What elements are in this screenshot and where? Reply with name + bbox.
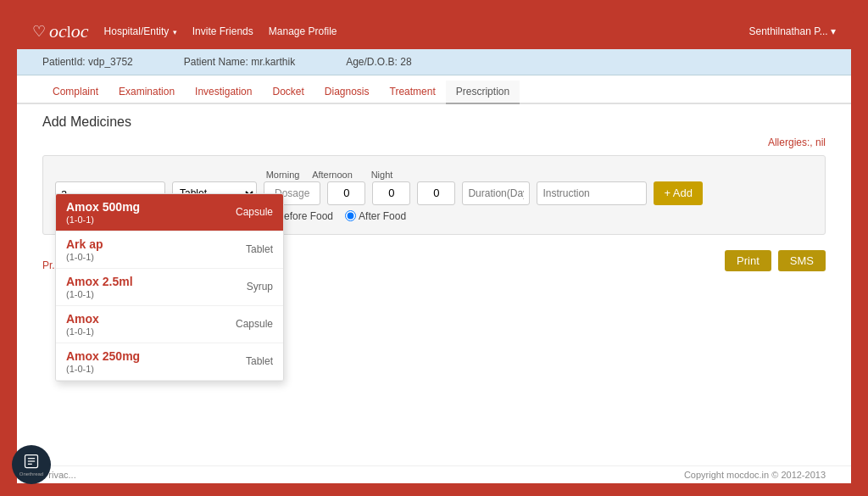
dropdown-item-2[interactable]: Amox 2.5ml (1-0-1) Syrup — [56, 269, 283, 306]
doses-header-row: Morning Afternoon Night — [264, 170, 813, 180]
user-arrow-icon: ▾ — [831, 25, 836, 37]
food-radio-row: Before Food After Food — [264, 210, 813, 222]
header: ♡ ocloc Hospital/Entity ▾ Invite Friends… — [17, 14, 851, 49]
patient-bar: PatientId: vdp_3752 Patient Name: mr.kar… — [17, 49, 851, 75]
afternoon-label: Afternoon — [307, 170, 358, 180]
footer: Privac... Copyright mocdoc.in © 2012-201… — [17, 465, 851, 483]
chevron-down-icon: ▾ — [170, 28, 177, 36]
logo-text: ocloc — [49, 20, 89, 42]
tab-prescription[interactable]: Prescription — [446, 81, 520, 104]
dropdown-item-1[interactable]: Ark ap (1-0-1) Tablet — [56, 231, 283, 269]
page-content: Add Medicines Allergies:, nil Morning Af… — [17, 104, 851, 465]
medicine-form-area: Morning Afternoon Night Tablet Capsule S… — [42, 155, 826, 235]
tab-docket[interactable]: Docket — [262, 81, 314, 104]
dropdown-item-4[interactable]: Amox 250mg (1-0-1) Tablet — [56, 343, 283, 381]
dropdown-item-3[interactable]: Amox (1-0-1) Capsule — [56, 306, 283, 343]
logo[interactable]: ♡ ocloc — [32, 20, 89, 42]
duration-input[interactable] — [462, 181, 530, 205]
heart-icon: ♡ — [32, 22, 46, 41]
allergies-line: Allergies:, nil — [42, 137, 826, 148]
morning-dose-input[interactable] — [327, 181, 365, 205]
tab-examination[interactable]: Examination — [108, 81, 185, 104]
dropdown-item-0[interactable]: Amox 500mg (1-0-1) Capsule — [56, 194, 283, 231]
bottom-action: Print SMS — [725, 250, 826, 271]
copyright: Copyright mocdoc.in © 2012-2013 — [684, 470, 826, 480]
header-left: ♡ ocloc Hospital/Entity ▾ Invite Friends… — [32, 20, 337, 42]
tab-complaint[interactable]: Complaint — [42, 81, 108, 104]
afternoon-dose-input[interactable] — [372, 181, 410, 205]
nav-hospital[interactable]: Hospital/Entity ▾ — [104, 25, 177, 37]
tab-investigation[interactable]: Investigation — [185, 81, 262, 104]
morning-label: Morning — [264, 170, 302, 180]
patient-name: Patient Name: mr.karthik — [184, 56, 295, 68]
add-medicine-button[interactable]: + Add — [654, 181, 703, 205]
onethread-icon — [23, 453, 40, 470]
page-title: Add Medicines — [42, 114, 826, 130]
instruction-input[interactable] — [537, 181, 647, 205]
print-button[interactable]: Print — [725, 250, 771, 271]
nav-manage-profile[interactable]: Manage Profile — [269, 25, 337, 37]
nav-invite[interactable]: Invite Friends — [192, 25, 253, 37]
tab-treatment[interactable]: Treatment — [380, 81, 446, 104]
tabs-row: Complaint Examination Investigation Dock… — [17, 75, 851, 104]
night-dose-input[interactable] — [417, 181, 455, 205]
tab-diagnosis[interactable]: Diagnosis — [314, 81, 380, 104]
after-food-label[interactable]: After Food — [345, 210, 406, 222]
patient-id: PatientId: vdp_3752 — [42, 56, 133, 68]
medicine-dropdown: Amox 500mg (1-0-1) Capsule Ark ap (1-0-1… — [55, 193, 284, 382]
after-food-radio[interactable] — [345, 210, 356, 221]
user-menu[interactable]: Senthilnathan P... ▾ — [748, 25, 836, 37]
sms-button[interactable]: SMS — [778, 250, 826, 271]
onethread-badge[interactable]: Onethread — [12, 445, 51, 484]
onethread-label: Onethread — [19, 471, 43, 476]
patient-age: Age/D.O.B: 28 — [346, 56, 411, 68]
night-label: Night — [363, 170, 401, 180]
